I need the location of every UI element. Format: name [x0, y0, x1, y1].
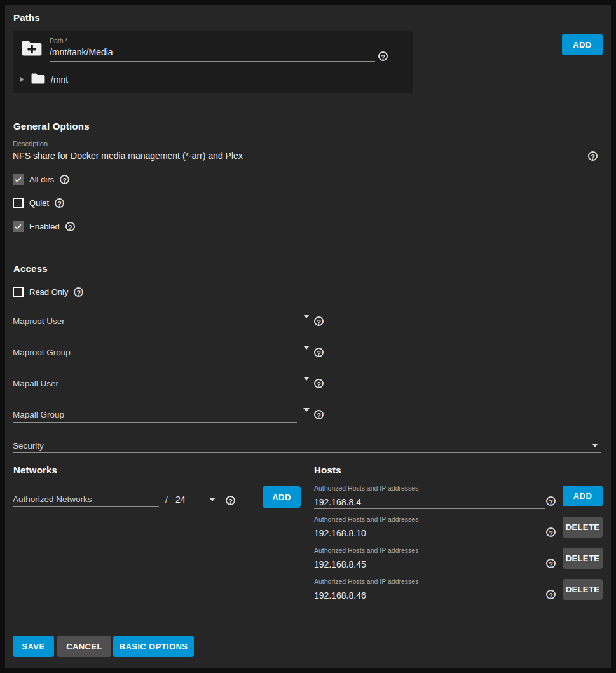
maproot-user-select[interactable]: Maproot User	[13, 316, 65, 326]
add-network-button[interactable]: ADD	[263, 486, 301, 508]
path-field-label: Path *	[50, 37, 68, 44]
help-icon[interactable]	[588, 151, 598, 161]
host-underline	[314, 508, 545, 509]
path-picker-panel: Path * /mnt/tank/Media /mnt	[13, 31, 413, 93]
host-field-label: Authorized Hosts and IP addresses	[314, 547, 418, 554]
security-select[interactable]: Security	[13, 441, 44, 451]
add-path-button[interactable]: ADD	[562, 34, 603, 55]
enabled-label: Enabled	[29, 222, 60, 231]
help-icon[interactable]	[74, 287, 83, 297]
section-title-general-options: General Options	[13, 121, 90, 132]
help-icon[interactable]	[546, 559, 556, 568]
chevron-down-icon[interactable]	[303, 377, 310, 381]
host-field-label: Authorized Hosts and IP addresses	[314, 484, 418, 492]
tree-item-label: /mnt	[51, 74, 68, 85]
host-input[interactable]: 192.168.8.45	[314, 559, 366, 569]
maproot-user-underline	[13, 329, 297, 329]
host-field-label: Authorized Hosts and IP addresses	[314, 515, 418, 523]
folder-icon	[31, 72, 46, 87]
checkbox-row-alldirs: All dirs	[13, 174, 69, 185]
mapall-group-select[interactable]: Mapall Group	[13, 410, 64, 419]
delete-host-button[interactable]: DELETE	[563, 548, 603, 569]
section-title-paths: Paths	[13, 12, 40, 23]
checkbox-row-enabled: Enabled	[13, 221, 75, 232]
help-icon[interactable]	[55, 198, 64, 208]
path-input-underline	[50, 61, 375, 62]
checkbox-row-quiet: Quiet	[13, 198, 64, 208]
chevron-down-icon[interactable]	[303, 315, 310, 318]
chevron-down-icon[interactable]	[209, 498, 216, 501]
folder-add-icon[interactable]	[21, 39, 43, 60]
maproot-group-select[interactable]: Maproot Group	[13, 348, 71, 357]
host-input[interactable]: 192.168.8.10	[314, 528, 366, 538]
checkbox-row-readonly: Read Only	[13, 287, 83, 297]
netmask-separator: /	[165, 494, 168, 505]
section-divider	[5, 254, 611, 254]
host-underline	[314, 602, 545, 602]
host-input[interactable]: 192.168.8.4	[314, 497, 361, 507]
quiet-checkbox[interactable]	[13, 198, 24, 208]
host-underline	[314, 571, 545, 571]
delete-host-button[interactable]: DELETE	[563, 579, 603, 600]
enabled-checkbox[interactable]	[13, 221, 24, 232]
help-icon[interactable]	[546, 590, 556, 599]
section-title-access: Access	[13, 263, 48, 274]
help-icon[interactable]	[226, 496, 235, 505]
mapall-group-underline	[13, 422, 297, 423]
help-icon[interactable]	[378, 51, 388, 61]
netmask-select[interactable]: 24	[175, 494, 186, 505]
mapall-user-select[interactable]: Mapall User	[13, 379, 58, 388]
footer-divider	[5, 622, 611, 622]
mapall-user-underline	[13, 391, 297, 391]
description-input[interactable]: NFS share for Docker media management (*…	[13, 151, 243, 161]
authorized-networks-input[interactable]: Authorized Networks	[13, 494, 92, 504]
section-title-hosts: Hosts	[314, 465, 341, 475]
alldirs-label: All dirs	[29, 175, 54, 184]
readonly-label: Read Only	[29, 287, 68, 297]
host-underline	[314, 540, 545, 540]
chevron-down-icon[interactable]	[303, 408, 310, 412]
cancel-button[interactable]: CANCEL	[57, 636, 111, 657]
help-icon[interactable]	[546, 527, 556, 537]
description-underline	[13, 163, 588, 163]
help-icon[interactable]	[60, 175, 69, 184]
alldirs-checkbox[interactable]	[13, 174, 24, 185]
help-icon[interactable]	[314, 348, 324, 357]
path-input[interactable]: /mnt/tank/Media	[50, 47, 113, 57]
quiet-label: Quiet	[29, 198, 49, 208]
authorized-networks-underline	[13, 506, 159, 507]
basic-options-button[interactable]: BASIC OPTIONS	[113, 636, 194, 657]
section-title-networks: Networks	[13, 465, 57, 475]
section-divider	[5, 111, 611, 111]
security-underline	[13, 452, 601, 453]
help-icon[interactable]	[65, 222, 75, 231]
readonly-checkbox[interactable]	[13, 287, 24, 297]
help-icon[interactable]	[314, 379, 324, 388]
chevron-down-icon[interactable]	[303, 346, 310, 350]
delete-host-button[interactable]: DELETE	[563, 517, 603, 538]
add-host-button[interactable]: ADD	[563, 486, 603, 506]
tree-expand-icon[interactable]	[20, 77, 24, 82]
host-input[interactable]: 192.168.8.46	[314, 590, 366, 601]
description-label: Description	[13, 140, 48, 147]
tree-item-mnt[interactable]: /mnt	[19, 71, 400, 88]
host-field-label: Authorized Hosts and IP addresses	[314, 578, 418, 585]
chevron-down-icon[interactable]	[592, 444, 598, 447]
nfs-share-form: Paths Path * /mnt/tank/Media /mnt ADD Ge…	[5, 5, 611, 668]
save-button[interactable]: SAVE	[13, 636, 54, 657]
maproot-group-underline	[13, 360, 297, 360]
help-icon[interactable]	[546, 496, 556, 506]
help-icon[interactable]	[314, 316, 324, 326]
help-icon[interactable]	[314, 410, 324, 419]
